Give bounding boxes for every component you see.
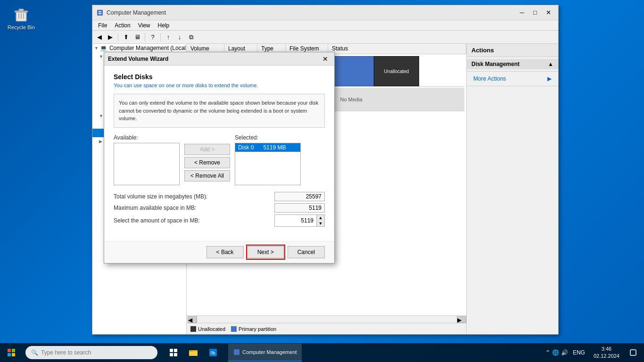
start-button[interactable]	[0, 343, 23, 362]
maximize-button[interactable]: □	[529, 8, 541, 17]
svg-rect-11	[8, 353, 11, 356]
dialog-header-title: Select Disks	[114, 73, 325, 81]
menu-view[interactable]: View	[134, 21, 154, 30]
svg-rect-7	[99, 11, 101, 12]
selected-disk-size: 5119 MB	[263, 144, 286, 151]
import-button[interactable]: ↓	[174, 32, 185, 42]
svg-rect-15	[170, 353, 173, 356]
disk-0-unallocated: Unallocated	[374, 56, 419, 86]
dialog-body: Select Disks You can use space on one or…	[104, 66, 334, 241]
spin-down-button[interactable]: ▼	[317, 221, 324, 226]
dialog-warning-text: You can only extend the volume to the av…	[119, 100, 318, 121]
cdrom-no-media: No Media	[340, 97, 362, 102]
scroll-left[interactable]: ◀	[188, 316, 197, 323]
svg-rect-14	[174, 349, 177, 352]
clock-time: 3:46	[594, 346, 619, 353]
show-desktop-button[interactable]: 🖥	[132, 32, 142, 42]
available-list[interactable]	[114, 143, 180, 185]
window-title: Computer Management	[107, 9, 516, 16]
up-button[interactable]: ⬆	[121, 32, 131, 42]
taskbar-clock[interactable]: 3:46 02.12.2024	[590, 346, 623, 360]
menu-file[interactable]: File	[94, 21, 111, 30]
svg-rect-10	[12, 349, 15, 352]
legend-primary-partition: Primary partition	[231, 326, 276, 332]
selected-disk-item[interactable]: Disk 0 5119 MB	[235, 143, 300, 152]
taskbar: 🔍	[0, 343, 644, 362]
more-actions-arrow: ▶	[547, 75, 552, 82]
add-button[interactable]: Add >	[184, 144, 230, 155]
menu-action[interactable]: Action	[111, 21, 134, 30]
scroll-right[interactable]: ▶	[457, 316, 466, 323]
space-info: Total volume size in megabytes (MB): 255…	[114, 192, 325, 227]
taskbar-search[interactable]: 🔍	[25, 346, 157, 359]
legend-primary-label: Primary partition	[239, 326, 276, 332]
recycle-bin-icon[interactable]: Recycle Bin	[5, 5, 38, 30]
window-controls: ─ □ ✕	[516, 8, 554, 17]
remove-button[interactable]: < Remove	[184, 157, 230, 168]
desktop: Recycle Bin Computer Management ─ □ ✕ Fi…	[0, 0, 644, 362]
max-available-value: 5119	[274, 203, 325, 213]
actions-section-title[interactable]: Disk Management ▲	[467, 59, 558, 69]
select-amount-input[interactable]	[275, 216, 316, 225]
toolbar-sep-1	[118, 33, 118, 41]
close-button[interactable]: ✕	[542, 8, 554, 17]
extend-volume-dialog: Extend Volume Wizard ✕ Select Disks You …	[104, 52, 335, 263]
tray-lang-indicator[interactable]: ENG	[571, 349, 587, 356]
action-more-actions[interactable]: More Actions ▶	[467, 74, 558, 84]
back-button[interactable]: ◀	[94, 32, 105, 42]
svg-rect-18	[189, 350, 193, 352]
horizontal-scrollbar[interactable]: ◀ ▶	[187, 315, 466, 323]
recycle-bin-label: Recycle Bin	[8, 25, 35, 30]
next-dialog-button[interactable]: Next >	[248, 246, 284, 258]
tray-network-icon[interactable]: 🌐	[552, 349, 559, 356]
export-button[interactable]: ↑	[163, 32, 173, 42]
forward-button[interactable]: ▶	[105, 32, 116, 42]
svg-rect-12	[12, 353, 15, 356]
taskbar-window-item[interactable]: Computer Management	[228, 344, 302, 362]
tray-volume-icon[interactable]: 🔊	[561, 349, 568, 356]
svg-rect-19	[189, 352, 198, 356]
tree-arrow-root: ▼	[94, 46, 99, 50]
nav-arrows: ◀ ▶	[94, 32, 116, 42]
taskbar-window-label: Computer Management	[242, 349, 297, 355]
selected-list[interactable]: Disk 0 5119 MB	[235, 143, 301, 185]
minimize-button[interactable]: ─	[516, 8, 528, 17]
svg-rect-22	[234, 349, 239, 355]
new-window-button[interactable]: ⧉	[186, 32, 196, 42]
more-actions-label: More Actions	[473, 75, 506, 82]
dialog-close-button[interactable]: ✕	[320, 54, 330, 64]
search-input[interactable]	[41, 349, 152, 356]
taskbar-task-view-button[interactable]	[164, 343, 183, 362]
legend-unallocated-box	[190, 326, 196, 332]
menu-help[interactable]: Help	[154, 21, 173, 30]
dialog-warning-box: You can only extend the volume to the av…	[114, 94, 325, 128]
svg-rect-23	[630, 350, 636, 355]
menu-bar: File Action View Help	[92, 20, 558, 31]
col-header-status[interactable]: Status	[328, 44, 466, 54]
back-dialog-button[interactable]: < Back	[206, 246, 244, 258]
spin-up-button[interactable]: ▲	[317, 215, 324, 221]
dialog-title: Extend Volume Wizard	[108, 56, 320, 62]
actions-panel: Actions Disk Management ▲ More Actions ▶	[466, 44, 558, 334]
recycle-bin-graphic	[12, 5, 31, 24]
actions-disk-management-label: Disk Management	[471, 61, 520, 67]
remove-all-button[interactable]: < Remove All	[184, 170, 230, 181]
taskbar-file-explorer-button[interactable]	[184, 343, 203, 362]
total-size-label: Total volume size in megabytes (MB):	[114, 193, 271, 200]
sidebar-root-label: Computer Management (Local	[109, 45, 186, 51]
help-button[interactable]: ?	[148, 32, 158, 42]
sidebar-item-root[interactable]: ▼ 💻 Computer Management (Local	[92, 44, 186, 52]
taskbar-store-button[interactable]: 🛍	[204, 343, 223, 362]
title-bar: Computer Management ─ □ ✕	[92, 5, 558, 20]
toolbar-sep-2	[145, 33, 145, 41]
selected-disk-name: Disk 0	[238, 144, 254, 151]
actions-header: Actions	[467, 44, 558, 57]
cancel-dialog-button[interactable]: Cancel	[288, 246, 325, 258]
notification-button[interactable]	[626, 343, 640, 362]
spin-buttons: ▲ ▼	[316, 215, 324, 226]
legend-unallocated-label: Unallocated	[198, 326, 225, 332]
svg-rect-2	[15, 11, 28, 12]
svg-rect-6	[97, 10, 103, 16]
tray-chevron-icon[interactable]: ⌃	[545, 349, 550, 356]
toolbar: ◀ ▶ ⬆ 🖥 ? ↑ ↓ ⧉	[92, 31, 558, 44]
